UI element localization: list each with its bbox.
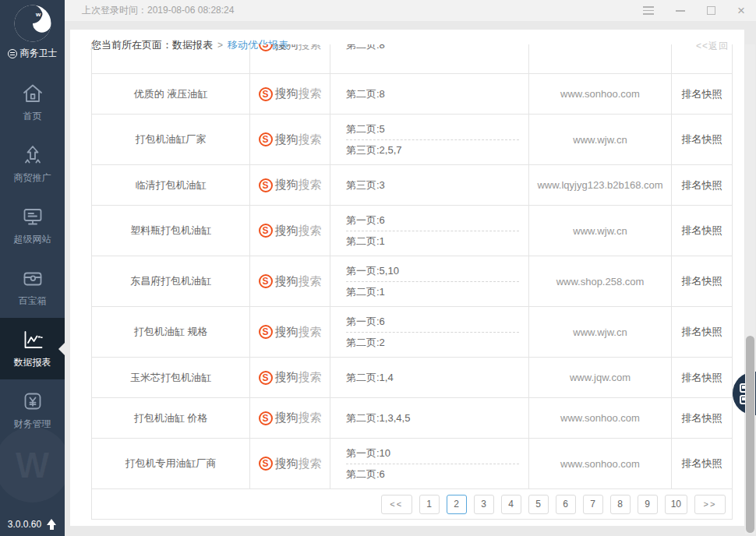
search-engine-cell: S搜狗搜索 bbox=[250, 256, 330, 306]
rank-line: 第三页:3 bbox=[346, 175, 521, 196]
table-row: 优质的 液压油缸S搜狗搜索第二页:8www.sonhoo.com排名快照 bbox=[92, 74, 732, 115]
search-engine-cell: S搜狗搜索 bbox=[250, 165, 330, 205]
engine-name-part2: 搜索 bbox=[299, 411, 322, 425]
website-cell bbox=[529, 44, 672, 74]
snapshot-link[interactable]: 排名快照 bbox=[672, 74, 732, 114]
website-cell: www.lqyjyg123.b2b168.com bbox=[529, 165, 672, 205]
sidebar: w 商务卫士 首页商贸推广超级网站百宝箱数据报表财务管理 W 3.0.0.60 bbox=[0, 0, 65, 536]
rank-cell: 第一页:6第二页:1 bbox=[330, 206, 529, 256]
titlebar: 上次登录时间：2019-08-06 08:28:24 × bbox=[65, 0, 756, 21]
scrollbar-thumb[interactable] bbox=[746, 336, 754, 533]
sidebar-item-toolbox[interactable]: 百宝箱 bbox=[0, 256, 65, 318]
keyword-cell: 打包机油缸 规格 bbox=[92, 307, 250, 357]
pagination-page-7[interactable]: 7 bbox=[583, 495, 603, 514]
rank-line: 第二页:1,3,4,5 bbox=[346, 408, 521, 428]
sidebar-item-label: 超级网站 bbox=[14, 233, 51, 246]
maximize-icon[interactable] bbox=[707, 6, 715, 15]
pagination-page-8[interactable]: 8 bbox=[610, 495, 631, 514]
content-panel: 您当前所在页面：数据报表>移动优化报表 <<返回 S搜狗搜索第二页:8优质的 液… bbox=[70, 30, 744, 526]
engine-name-part2: 搜索 bbox=[299, 457, 322, 471]
search-engine-cell: S搜狗搜索 bbox=[250, 307, 330, 357]
table-row: 打包机油缸厂家S搜狗搜索第二页:5第三页:2,5,7www.wjw.cn排名快照 bbox=[92, 115, 732, 165]
rank-line: 第三页:2,5,7 bbox=[346, 140, 521, 160]
engine-name-part2: 搜索 bbox=[299, 178, 322, 192]
snapshot-link[interactable]: 排名快照 bbox=[672, 206, 732, 256]
sidebar-item-home[interactable]: 首页 bbox=[0, 72, 65, 133]
website-cell: www.shop.258.com bbox=[529, 256, 672, 306]
rank-cell: 第二页:1,4 bbox=[330, 358, 529, 397]
svg-text:w: w bbox=[34, 11, 41, 18]
engine-name-part2: 搜索 bbox=[299, 132, 322, 147]
pagination-page-9[interactable]: 9 bbox=[638, 495, 658, 514]
sogou-icon: S bbox=[259, 224, 273, 238]
snapshot-link[interactable]: 排名快照 bbox=[672, 115, 732, 164]
sidebar-item-label: 数据报表 bbox=[14, 356, 51, 369]
rank-line: 第二页:1 bbox=[346, 282, 521, 302]
pagination-page-3[interactable]: 3 bbox=[474, 495, 494, 514]
rank-line: 第一页:10 bbox=[346, 443, 521, 464]
table-row: 打包机油缸 价格S搜狗搜索第二页:1,3,4,5www.sonhoo.com排名… bbox=[92, 398, 732, 439]
snapshot-link[interactable]: 排名快照 bbox=[672, 307, 732, 357]
table-row: 玉米芯打包机油缸S搜狗搜索第二页:1,4www.jqw.com排名快照 bbox=[92, 358, 732, 398]
sidebar-item-report[interactable]: 数据报表 bbox=[0, 318, 65, 379]
pagination-page-2[interactable]: 2 bbox=[447, 495, 467, 514]
pagination: <<12345678910>> bbox=[91, 489, 733, 520]
keyword-cell: 打包机专用油缸厂商 bbox=[92, 439, 250, 488]
brand-badge-icon bbox=[8, 49, 17, 58]
engine-name-part1: 搜狗 bbox=[275, 325, 299, 340]
pagination-page-4[interactable]: 4 bbox=[501, 495, 521, 514]
sogou-icon: S bbox=[259, 178, 273, 192]
search-engine-cell: S搜狗搜索 bbox=[250, 358, 330, 397]
pagination-page-1[interactable]: 1 bbox=[419, 495, 440, 514]
search-engine-cell: S搜狗搜索 bbox=[250, 206, 330, 256]
engine-name-part1: 搜狗 bbox=[275, 411, 299, 425]
pagination-page-10[interactable]: 10 bbox=[665, 495, 687, 514]
rank-cell: 第二页:1,3,4,5 bbox=[330, 398, 529, 438]
website-cell: www.sonhoo.com bbox=[529, 439, 672, 488]
close-icon[interactable]: × bbox=[737, 4, 745, 17]
rank-cell: 第二页:8 bbox=[330, 44, 529, 74]
vertical-scrollbar[interactable] bbox=[745, 44, 755, 534]
snapshot-link[interactable]: 排名快照 bbox=[672, 439, 732, 488]
engine-name-part1: 搜狗 bbox=[275, 224, 299, 238]
engine-name-part1: 搜狗 bbox=[275, 86, 299, 101]
app-window: { "titlebar": { "last_login": "上次登录时间：20… bbox=[0, 0, 756, 536]
snapshot-link[interactable]: 排名快照 bbox=[672, 398, 732, 438]
minimize-icon[interactable] bbox=[676, 10, 685, 12]
menu-icon[interactable] bbox=[643, 6, 654, 15]
sidebar-item-label: 百宝箱 bbox=[19, 294, 47, 308]
update-arrow-icon[interactable] bbox=[47, 519, 57, 530]
brand: w 商务卫士 bbox=[0, 0, 65, 60]
sidebar-item-promote[interactable]: 商贸推广 bbox=[0, 133, 65, 195]
pagination-prev[interactable]: << bbox=[381, 495, 412, 514]
search-engine-cell: S搜狗搜索 bbox=[250, 74, 330, 114]
table-row: 东昌府打包机油缸S搜狗搜索第一页:5,10第二页:1www.shop.258.c… bbox=[92, 256, 732, 307]
website-cell: www.wjw.cn bbox=[529, 307, 672, 357]
rank-line: 第二页:8 bbox=[346, 44, 521, 55]
snapshot-link[interactable]: 排名快照 bbox=[672, 165, 732, 205]
engine-name-part1: 搜狗 bbox=[275, 44, 299, 52]
sogou-icon: S bbox=[259, 371, 273, 385]
search-engine-cell: S搜狗搜索 bbox=[250, 44, 330, 74]
ranking-table: S搜狗搜索第二页:8优质的 液压油缸S搜狗搜索第二页:8www.sonhoo.c… bbox=[91, 44, 733, 489]
snapshot-link[interactable]: 排名快照 bbox=[672, 358, 732, 397]
snapshot-link[interactable]: 排名快照 bbox=[672, 256, 732, 306]
pagination-next[interactable]: >> bbox=[694, 495, 726, 514]
promotion-icon bbox=[22, 144, 44, 166]
app-logo-icon: w bbox=[0, 4, 65, 43]
rank-cell: 第一页:5,10第二页:1 bbox=[330, 256, 529, 306]
rank-cell: 第一页:6第二页:2 bbox=[330, 307, 529, 357]
sogou-icon: S bbox=[259, 44, 273, 51]
website-cell: www.wjw.cn bbox=[529, 115, 672, 164]
keyword-cell: 玉米芯打包机油缸 bbox=[92, 358, 250, 397]
engine-name-part1: 搜狗 bbox=[275, 457, 299, 471]
engine-name-part2: 搜索 bbox=[299, 274, 322, 289]
rank-cell: 第二页:8 bbox=[330, 74, 529, 114]
search-engine-cell: S搜狗搜索 bbox=[250, 398, 330, 438]
rank-line: 第二页:1,4 bbox=[346, 368, 521, 388]
pagination-page-6[interactable]: 6 bbox=[556, 495, 576, 514]
pagination-page-5[interactable]: 5 bbox=[528, 495, 549, 514]
sidebar-item-website[interactable]: 超级网站 bbox=[0, 195, 65, 256]
snapshot-link bbox=[672, 44, 732, 74]
keyword-cell: 打包机油缸厂家 bbox=[92, 115, 250, 164]
